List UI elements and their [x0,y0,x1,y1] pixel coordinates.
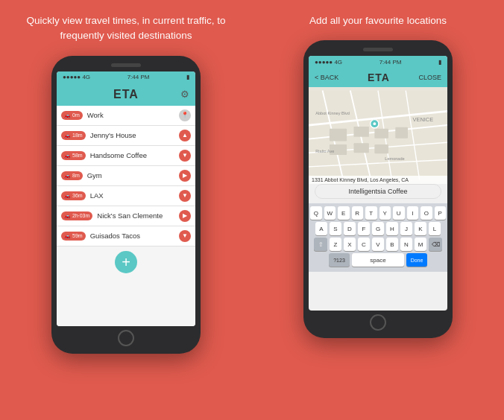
car-icon: 🚗 [64,153,71,159]
travel-time-nick: 🚗 2h·03m [61,211,92,220]
phone-speaker-right [363,48,393,51]
key-delete[interactable]: ⌫ [429,238,442,251]
key-u[interactable]: U [393,206,405,220]
key-q[interactable]: Q [310,206,322,220]
destination-work[interactable]: 🚗 0m Work 📍 [57,106,195,126]
key-o[interactable]: O [420,206,432,220]
destination-coffee[interactable]: 🚗 58m Handsome Coffee ▼ [57,146,195,166]
keyboard-row-1: Q W E R T Y U I O P [310,206,446,220]
home-button-right[interactable] [370,314,386,331]
destination-tacos[interactable]: 🚗 59m Guisados Tacos ▼ [57,226,195,246]
left-panel: Quickly view travel times, in current tr… [0,0,252,420]
key-g[interactable]: G [372,222,384,235]
close-button[interactable]: CLOSE [418,74,441,81]
car-icon: 🚗 [64,193,71,199]
phone-speaker [111,63,141,67]
signal-strength: ●●●●● 4G [63,74,90,80]
map-view[interactable]: VENICE Abbot Kinney Blvd Rialto Ave Lemo… [309,87,447,184]
destination-nick[interactable]: 🚗 2h·03m Nick's San Clemente ▶ [57,206,195,226]
status-bar: ●●●●● 4G 7:44 PM ▮ [57,71,195,83]
map-address: 1331 Abbot Kinney Blvd, Los Angeles, CA [309,176,447,184]
dest-chevron-work: 📍 [179,109,191,121]
map-canvas: VENICE Abbot Kinney Blvd Rialto Ave Lemo… [309,87,447,184]
key-w[interactable]: W [324,206,336,220]
add-destination-button[interactable]: + [115,251,137,273]
dest-chevron-nick: ▶ [179,210,191,222]
travel-time-lax: 🚗 36m [61,191,86,200]
dest-chevron-tacos: ▼ [179,230,191,242]
travel-time-coffee: 🚗 58m [61,151,86,160]
key-a[interactable]: A [315,222,327,235]
key-r[interactable]: R [352,206,364,220]
car-icon: 🚗 [64,112,71,118]
gear-icon[interactable]: ⚙ [180,89,189,100]
key-f[interactable]: F [358,222,370,235]
signal-strength-right: ●●●●● 4G [315,59,342,66]
key-b[interactable]: B [386,238,398,251]
key-s[interactable]: S [330,222,341,235]
destination-lax[interactable]: 🚗 36m LAX ▼ [57,186,195,206]
key-c[interactable]: C [358,238,370,251]
car-icon: 🚗 [64,233,71,239]
back-button[interactable]: < BACK [315,74,338,81]
key-v[interactable]: V [372,238,384,251]
right-phone-screen: ●●●●● 4G 7:44 PM ▮ < BACK ETA CLOSE [309,56,447,311]
dest-name-gym: Gym [87,171,179,179]
key-p[interactable]: P [435,206,447,220]
destination-gym[interactable]: 🚗 8m Gym ▶ [57,166,195,186]
dest-name-work: Work [87,111,179,119]
battery-icon: ▮ [186,74,189,80]
key-shift[interactable]: ⇧ [314,238,327,251]
time-display: 7:44 PM [127,74,150,80]
svg-text:VENICE: VENICE [413,117,434,124]
key-t[interactable]: T [365,206,377,220]
dest-chevron-gym: ▶ [179,170,191,182]
dest-name-tacos: Guisados Tacos [90,232,179,240]
travel-time-jenny: 🚗 18m [61,131,86,140]
key-l[interactable]: L [429,222,441,235]
key-y[interactable]: Y [379,206,391,220]
travel-time-work: 🚗 0m [61,111,83,120]
key-m[interactable]: M [415,238,426,251]
svg-rect-10 [353,127,368,137]
left-phone-screen: ●●●●● 4G 7:44 PM ▮ ETA ⚙ 🚗 0m [57,71,195,326]
key-z[interactable]: Z [330,238,341,251]
destination-list: 🚗 0m Work 📍 🚗 18m Jenny's House ▲ [57,106,195,326]
key-e[interactable]: E [338,206,350,220]
dest-name-nick: Nick's San Clemente [97,211,179,220]
key-x[interactable]: X [344,238,356,251]
right-panel-description: Add all your favourite locations [294,13,462,28]
right-phone: ●●●●● 4G 7:44 PM ▮ < BACK ETA CLOSE [303,40,453,338]
key-space[interactable]: space [352,253,404,267]
right-app-header: < BACK ETA CLOSE [309,68,447,87]
search-bar[interactable]: Intelligentsia Coffee [315,184,441,199]
dest-chevron-coffee: ▼ [179,150,191,162]
dest-name-coffee: Handsome Coffee [90,151,179,159]
home-button[interactable] [118,330,134,346]
key-i[interactable]: I [407,206,419,220]
dest-name-jenny: Jenny's House [90,131,179,139]
svg-text:Lemonade: Lemonade [385,156,404,161]
svg-point-17 [373,123,376,126]
key-done[interactable]: Done [406,253,427,267]
left-phone: ●●●●● 4G 7:44 PM ▮ ETA ⚙ 🚗 0m [51,56,201,354]
svg-rect-14 [353,143,368,153]
status-bar-right: ●●●●● 4G 7:44 PM ▮ [309,56,447,68]
dest-name-lax: LAX [90,191,179,200]
app-header: ETA ⚙ [57,83,195,106]
keyboard: Q W E R T Y U I O P A S D F G H [309,203,447,272]
svg-rect-11 [374,129,388,139]
right-panel: Add all your favourite locations ●●●●● 4… [252,0,504,420]
travel-time-tacos: 🚗 59m [61,232,86,241]
keyboard-row-4: ?123 space Done [310,253,446,267]
travel-time-gym: 🚗 8m [61,171,83,180]
key-k[interactable]: K [415,222,426,235]
keyboard-row-3: ⇧ Z X C V B N M ⌫ [310,238,446,251]
svg-rect-12 [395,127,408,139]
key-h[interactable]: H [386,222,398,235]
key-n[interactable]: N [400,238,412,251]
key-d[interactable]: D [344,222,356,235]
key-j[interactable]: J [400,222,412,235]
key-num[interactable]: ?123 [329,253,350,267]
destination-jenny[interactable]: 🚗 18m Jenny's House ▲ [57,126,195,146]
